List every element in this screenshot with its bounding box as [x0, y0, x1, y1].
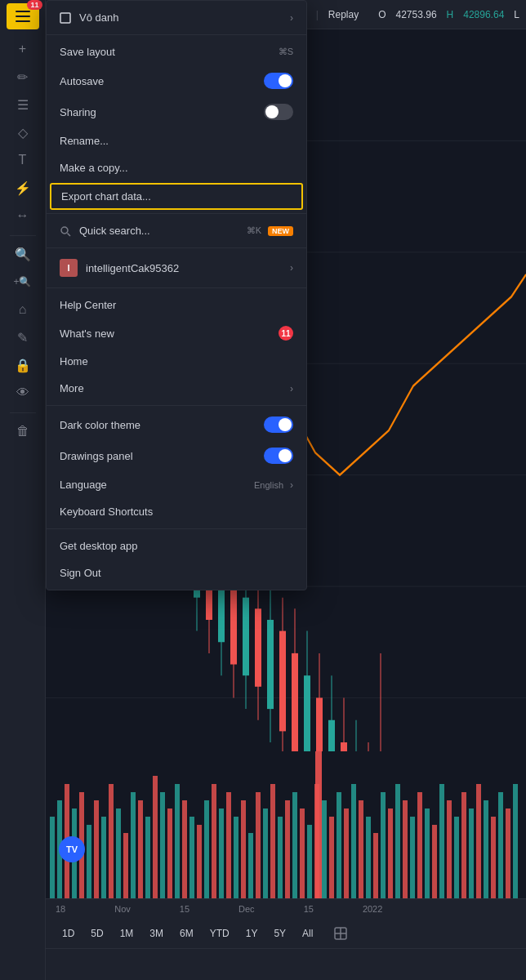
dark-theme-item[interactable]: Dark color theme	[47, 409, 306, 440]
bottom-status-bar	[46, 948, 526, 978]
svg-rect-115	[373, 833, 378, 898]
tf-6m[interactable]: 6M	[173, 924, 200, 942]
left-sidebar: 11 + ✏ ☰ ◇ T ⚡ ↔ 🔍 +🔍 ⌂ ✎ 🔒 👁 🗑	[0, 0, 46, 980]
svg-rect-48	[243, 598, 249, 675]
language-item[interactable]: Language English ›	[47, 471, 306, 498]
svg-rect-103	[285, 800, 290, 898]
save-layout-item[interactable]: Save layout ⌘S	[47, 38, 306, 65]
dark-theme-label: Dark color theme	[60, 419, 140, 431]
price-high-label: H	[447, 9, 454, 20]
svg-rect-126	[454, 817, 459, 898]
lightning-icon[interactable]: ⚡	[7, 175, 39, 201]
menu-title: Vô danh	[79, 11, 118, 24]
home-icon[interactable]: ⌂	[7, 296, 39, 323]
svg-rect-109	[329, 817, 334, 898]
svg-rect-83	[138, 800, 143, 898]
home-label: Home	[60, 355, 88, 368]
divider-3	[47, 287, 306, 288]
get-desktop-app-item[interactable]: Get desktop app	[47, 532, 306, 559]
user-chevron: ›	[290, 262, 293, 274]
tf-ytd[interactable]: YTD	[203, 924, 236, 942]
drawings-panel-toggle[interactable]	[264, 448, 293, 464]
replay-label[interactable]: Replay	[328, 9, 359, 20]
trash-icon[interactable]: 🗑	[7, 418, 39, 444]
user-avatar: I	[60, 259, 78, 277]
autosave-item[interactable]: Autosave	[47, 65, 306, 96]
dark-theme-toggle[interactable]	[264, 416, 293, 433]
shapes-icon[interactable]: ◇	[7, 119, 39, 145]
sign-out-label: Sign Out	[60, 567, 101, 579]
autosave-toggle[interactable]	[264, 73, 293, 89]
zoom-icon[interactable]: 🔍	[7, 241, 39, 267]
svg-rect-113	[359, 800, 363, 898]
sign-out-item[interactable]: Sign Out	[47, 559, 306, 586]
lines-icon[interactable]: ☰	[7, 91, 39, 118]
home-item[interactable]: Home	[47, 348, 306, 375]
svg-rect-82	[131, 792, 136, 898]
save-layout-shortcut: ⌘S	[279, 47, 293, 57]
help-center-item[interactable]: Help Center	[47, 292, 306, 318]
tf-1d[interactable]: 1D	[56, 924, 81, 942]
time-label-15dec: 15	[304, 904, 314, 914]
tf-5d[interactable]: 5D	[84, 924, 109, 942]
price-high-value: 42896.64	[463, 9, 504, 20]
svg-rect-128	[469, 808, 474, 898]
language-right: English ›	[254, 479, 293, 491]
make-copy-item[interactable]: Make a copy...	[47, 154, 306, 181]
quick-search-item[interactable]: Quick search... ⌘K NEW	[47, 217, 306, 244]
sharing-label: Sharing	[60, 106, 96, 118]
divider-4	[47, 405, 306, 406]
svg-rect-2	[16, 20, 30, 22]
text-icon[interactable]: T	[7, 147, 39, 173]
sharing-item[interactable]: Sharing	[47, 96, 306, 127]
user-item[interactable]: I intelligentCak95362 ›	[47, 252, 306, 284]
compare-icon[interactable]	[329, 922, 352, 945]
svg-rect-90	[189, 817, 194, 898]
svg-rect-131	[491, 817, 496, 898]
svg-rect-76	[87, 825, 91, 898]
svg-rect-124	[439, 784, 444, 898]
svg-rect-46	[230, 586, 237, 664]
crosshair-icon[interactable]: +	[7, 36, 39, 62]
price-open-value: 42753.96	[396, 9, 437, 20]
drawings-panel-label: Drawings panel	[60, 450, 133, 462]
drawings-panel-item[interactable]: Drawings panel	[47, 440, 306, 471]
whats-new-label: What's new	[60, 327, 114, 340]
menu-title-item[interactable]: Vô danh ›	[47, 4, 306, 31]
more-item[interactable]: More ›	[47, 375, 306, 402]
pencil-icon[interactable]: ✏	[7, 64, 39, 90]
help-center-label: Help Center	[60, 299, 116, 311]
svg-rect-123	[432, 825, 437, 898]
sidebar-divider-2	[10, 412, 36, 413]
rename-item[interactable]: Rename...	[47, 127, 306, 154]
tf-all[interactable]: All	[296, 924, 319, 942]
svg-rect-121	[417, 792, 422, 898]
tf-1y[interactable]: 1Y	[239, 924, 265, 942]
export-chart-item[interactable]: Export chart data...	[50, 183, 303, 210]
language-value: English	[254, 480, 283, 490]
svg-rect-114	[366, 817, 371, 898]
eye-lock-icon[interactable]: 👁	[7, 380, 39, 406]
make-copy-label: Make a copy...	[60, 162, 128, 174]
measure-icon[interactable]: ↔	[7, 203, 39, 229]
lock-icon[interactable]: 🔒	[7, 352, 39, 378]
whats-new-item[interactable]: What's new 11	[47, 318, 306, 348]
svg-rect-93	[212, 784, 216, 898]
sharing-toggle[interactable]	[264, 104, 293, 120]
language-chevron: ›	[290, 479, 293, 491]
menu-button[interactable]: 11	[7, 3, 39, 29]
svg-rect-86	[160, 792, 165, 898]
tf-1m[interactable]: 1M	[114, 924, 140, 942]
tf-5y[interactable]: 5Y	[267, 924, 292, 942]
svg-rect-99	[256, 792, 261, 898]
keyboard-shortcuts-item[interactable]: Keyboard Shortcuts	[47, 498, 306, 525]
divider-2	[47, 247, 306, 248]
zoom-plus-icon[interactable]: +🔍	[7, 269, 39, 295]
lock-edit-icon[interactable]: ✎	[7, 324, 39, 350]
svg-rect-134	[513, 784, 518, 898]
svg-rect-132	[498, 792, 503, 898]
volume-area: TV	[46, 751, 526, 898]
svg-rect-84	[145, 817, 150, 898]
svg-rect-88	[175, 784, 180, 898]
tf-3m[interactable]: 3M	[143, 924, 170, 942]
